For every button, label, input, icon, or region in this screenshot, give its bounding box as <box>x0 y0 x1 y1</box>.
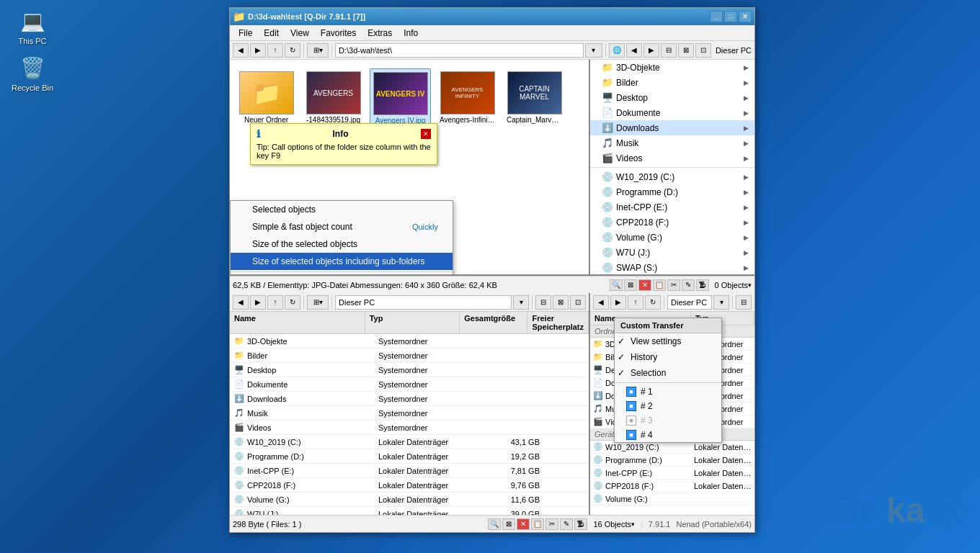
lt-up[interactable]: ↑ <box>267 295 283 310</box>
ct-item-selection[interactable]: Selection <box>615 365 721 381</box>
lt-layout3[interactable]: ⊡ <box>570 295 586 310</box>
bs-filter[interactable]: ⊠ <box>502 518 515 530</box>
thumb-item-4[interactable]: CAPTAIN MARVEL Captain_Marvel.jpg <box>504 68 565 128</box>
rp-row-f[interactable]: 💿CPP2018 (F:) Lokaler Datenträg... <box>590 480 754 493</box>
ctx-selected-objects[interactable]: Selected objects <box>231 201 453 218</box>
col-name[interactable]: Name <box>230 312 365 333</box>
fd-item-bilder[interactable]: 📁 Bilder ▶ <box>590 75 754 90</box>
menu-favorites[interactable]: Favorites <box>315 27 362 40</box>
lt-layout1[interactable]: ⊟ <box>535 295 551 310</box>
ct-item-view[interactable]: View settings <box>615 333 721 349</box>
thumb-item-2[interactable]: AVENGERS IV Avengers IV.jpg <box>370 68 431 128</box>
fd-item-j[interactable]: 💿 W7U (J:) ▶ <box>590 245 754 260</box>
ct-num-1[interactable]: ■ # 1 <box>615 385 721 399</box>
tb-go-button[interactable]: ▾ <box>585 43 602 58</box>
list-row-j[interactable]: 💿W7U (J:) Lokaler Datenträger 39,0 GB <box>230 507 589 515</box>
status-copy-button[interactable]: 📋 <box>653 279 666 291</box>
bs-del[interactable]: ✕ <box>517 518 530 530</box>
tb-nav1[interactable]: ◀ <box>626 43 642 58</box>
fd-item-g[interactable]: 💿 Volume (G:) ▶ <box>590 230 754 245</box>
menu-edit[interactable]: Edit <box>258 27 285 40</box>
fd-item-e[interactable]: 💿 Inet-CPP (E:) ▶ <box>590 199 754 215</box>
status-move-button[interactable]: ✂ <box>667 279 680 291</box>
tb-view-button[interactable]: ⊞▾ <box>307 43 329 58</box>
info-close-button[interactable]: ✕ <box>421 129 431 139</box>
ctx-simple-fast[interactable]: Simple & fast object count Quickly <box>231 218 453 235</box>
list-row-downloads[interactable]: ⬇️Downloads Systemordner <box>230 392 589 406</box>
status-filter-button[interactable]: ⊠ <box>624 279 637 291</box>
rp-row-g[interactable]: 💿Volume (G:) <box>590 493 754 505</box>
list-row-dokumente[interactable]: 📄Dokumente Systemordner <box>230 377 589 392</box>
fd-item-downloads[interactable]: ⬇️ Downloads ▶ <box>590 120 754 135</box>
ct-num-2[interactable]: ■ # 2 <box>615 399 721 413</box>
ctx-size-selected[interactable]: Size of the selected objects <box>231 235 453 253</box>
ctx-size-subfolders[interactable]: Size of selected objects including sub-f… <box>231 253 453 270</box>
tb-layout3[interactable]: ⊡ <box>695 43 711 58</box>
bs-move[interactable]: ✂ <box>545 518 558 530</box>
menu-info[interactable]: Info <box>398 27 424 40</box>
rp-row-e[interactable]: 💿Inet-CPP (E:) Lokaler Datenträg... <box>590 467 754 480</box>
bottom-objects-arrow[interactable]: ▾ <box>631 521 635 528</box>
fd-item-desktop[interactable]: 🖥️ Desktop ▶ <box>590 90 754 105</box>
lt-go[interactable]: ▾ <box>513 295 529 310</box>
rpt-go[interactable]: ▾ <box>713 295 729 310</box>
list-row-bilder[interactable]: 📁Bilder Systemordner <box>230 349 589 363</box>
tb-refresh-button[interactable]: ↻ <box>285 43 300 58</box>
col-typ[interactable]: Typ <box>365 312 460 333</box>
thumb-item-folder[interactable]: 📁 Neuer Ordner <box>236 68 297 128</box>
lt-back[interactable]: ◀ <box>233 295 249 310</box>
ct-num-4[interactable]: ■ # 4 <box>615 428 721 442</box>
tb-forward-button[interactable]: ▶ <box>250 43 266 58</box>
rpt-refresh[interactable]: ↻ <box>645 295 661 310</box>
lt-layout2[interactable]: ⊠ <box>553 295 569 310</box>
tb-up-button[interactable]: ↑ <box>267 43 283 58</box>
tb-layout1[interactable]: ⊟ <box>661 43 677 58</box>
top-objects-arrow[interactable]: ▾ <box>748 282 752 289</box>
bs-edit[interactable]: ✎ <box>560 518 573 530</box>
status-edit-button[interactable]: ✎ <box>682 279 695 291</box>
menu-view[interactable]: View <box>285 27 315 40</box>
rpt-up[interactable]: ↑ <box>628 295 643 310</box>
thumb-item-1[interactable]: AVENGERS -1484339519.jpg <box>303 68 364 128</box>
bs-zip[interactable]: 🗜 <box>574 518 587 530</box>
tb-globe-button[interactable]: 🌐 <box>609 43 625 58</box>
lt-view[interactable]: ⊞▾ <box>307 295 329 310</box>
tb-nav2[interactable]: ▶ <box>643 43 659 58</box>
list-row-g[interactable]: 💿Volume (G:) Lokaler Datenträger 11,6 GB <box>230 493 589 507</box>
fd-item-musik[interactable]: 🎵 Musik ▶ <box>590 135 754 150</box>
fd-item-d[interactable]: 💿 Programme (D:) ▶ <box>590 184 754 199</box>
tb-layout2[interactable]: ⊠ <box>678 43 694 58</box>
lt-address[interactable]: Dieser PC <box>335 295 512 310</box>
address-bar[interactable]: D:\3d-wah\test\ <box>335 43 584 58</box>
fd-item-videos[interactable]: 🎬 Videos ▶ <box>590 150 754 166</box>
col-frei[interactable]: Freier Speicherplatz <box>527 312 589 333</box>
list-row-musik[interactable]: 🎵Musik Systemordner <box>230 406 589 421</box>
minimize-button[interactable]: _ <box>710 11 723 22</box>
menu-extras[interactable]: Extras <box>362 27 398 40</box>
bs-search[interactable]: 🔍 <box>488 518 501 530</box>
status-zip-button[interactable]: 🗜 <box>696 279 709 291</box>
status-del-button[interactable]: ✕ <box>638 279 651 291</box>
list-row-desktop[interactable]: 🖥️Desktop Systemordner <box>230 363 589 377</box>
rpt-back[interactable]: ◀ <box>593 295 609 310</box>
maximize-button[interactable]: □ <box>724 11 737 22</box>
list-row-videos[interactable]: 🎬Videos Systemordner <box>230 421 589 435</box>
ct-item-history[interactable]: History <box>615 349 721 365</box>
rpt-address[interactable]: Dieser PC <box>667 295 712 310</box>
status-search-button[interactable]: 🔍 <box>610 279 623 291</box>
fd-item-s[interactable]: 💿 SWAP (S:) ▶ <box>590 260 754 274</box>
menu-file[interactable]: File <box>233 27 258 40</box>
rp-row-d[interactable]: 💿Programme (D:) Lokaler Datenträg... <box>590 454 754 467</box>
fd-item-3dobjekte[interactable]: 📁 3D-Objekte ▶ <box>590 60 754 75</box>
close-button[interactable]: ✕ <box>739 11 752 22</box>
desktop-icon-this-pc[interactable]: 💻 This PC <box>7 4 58 48</box>
lt-forward[interactable]: ▶ <box>250 295 266 310</box>
bs-copy[interactable]: 📋 <box>531 518 544 530</box>
list-row-e[interactable]: 💿Inet-CPP (E:) Lokaler Datenträger 7,81 … <box>230 464 589 478</box>
fd-item-f[interactable]: 💿 CPP2018 (F:) ▶ <box>590 215 754 230</box>
rpt-forward[interactable]: ▶ <box>610 295 626 310</box>
thumb-item-3[interactable]: AVENGERS INFINITY Avengers-Infinity-... <box>437 68 498 128</box>
lt-refresh[interactable]: ↻ <box>285 295 300 310</box>
list-row-3dobjekte[interactable]: 📁3D-Objekte Systemordner <box>230 334 589 349</box>
fd-item-dokumente[interactable]: 📄 Dokumente ▶ <box>590 105 754 120</box>
